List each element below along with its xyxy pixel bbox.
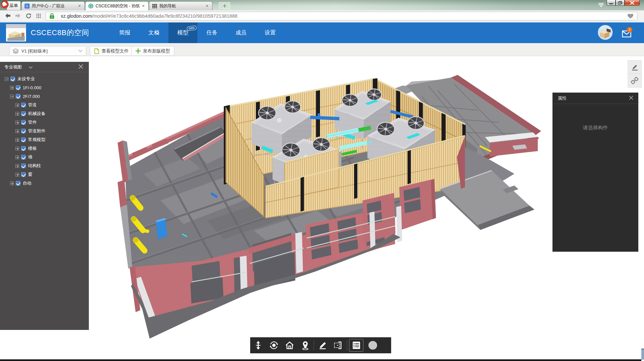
project-logo[interactable] bbox=[6, 24, 26, 41]
close-icon[interactable] bbox=[629, 95, 634, 100]
expand-icon[interactable] bbox=[15, 155, 19, 159]
tree-row[interactable]: 管道 bbox=[0, 101, 89, 109]
url-input[interactable]: xz.glodon.com/model/#!/e73c8c46c9bb4d60a… bbox=[46, 12, 637, 20]
walkthrough-button[interactable] bbox=[297, 337, 313, 353]
orbit-icon bbox=[270, 341, 278, 350]
apps-grid-icon[interactable] bbox=[36, 13, 42, 18]
expand-icon[interactable] bbox=[15, 147, 19, 150]
visibility-checkbox[interactable] bbox=[21, 155, 26, 159]
markup-tool-button[interactable] bbox=[315, 337, 330, 353]
visibility-checkbox[interactable] bbox=[21, 103, 26, 107]
visibility-checkbox[interactable] bbox=[21, 137, 26, 142]
expand-icon[interactable] bbox=[10, 86, 14, 90]
home-view-button[interactable] bbox=[282, 337, 297, 353]
tree-row[interactable]: 自动 bbox=[0, 179, 89, 188]
nav-item-documents[interactable]: 文档 bbox=[139, 22, 168, 43]
expand-icon[interactable] bbox=[15, 138, 19, 142]
model-viewport[interactable] bbox=[0, 56, 644, 360]
view-model-files-button[interactable]: 查看模型文件 bbox=[90, 46, 133, 56]
chevron-down-icon[interactable] bbox=[29, 66, 33, 69]
favorite-heart-icon[interactable] bbox=[627, 13, 634, 19]
nav-item-settings[interactable]: 设置 bbox=[256, 22, 285, 43]
tab-close-icon[interactable]: × bbox=[205, 4, 209, 8]
user-avatar[interactable] bbox=[598, 25, 613, 40]
expand-icon[interactable] bbox=[15, 173, 19, 176]
expand-icon[interactable] bbox=[15, 129, 19, 133]
panel-header: 属性 bbox=[552, 93, 638, 103]
space-title[interactable]: CSCEC8B的空间 bbox=[31, 28, 89, 38]
expand-icon[interactable] bbox=[15, 112, 19, 116]
share-link-button[interactable] bbox=[628, 74, 642, 88]
refresh-icon[interactable] bbox=[26, 13, 31, 19]
version-select-value: V1 [初始版本] bbox=[21, 48, 78, 54]
tree-node-label: 管道附件 bbox=[28, 128, 45, 134]
nav-item-tasks[interactable]: 任务 bbox=[197, 22, 226, 43]
mail-badge: 3 bbox=[627, 27, 632, 32]
tab-cscec8b-space[interactable]: CSCEC8B的空间 - 协筑 × bbox=[85, 1, 149, 10]
expand-icon[interactable] bbox=[15, 164, 19, 168]
nav-item-briefing[interactable]: 简报 bbox=[110, 22, 139, 43]
tree-row[interactable]: 机械设备 bbox=[0, 109, 89, 118]
page-scrollbar[interactable] bbox=[641, 349, 644, 360]
nav-item-members[interactable]: 成员 bbox=[226, 22, 256, 43]
browser-main-menu-icon[interactable] bbox=[598, 3, 604, 7]
version-select[interactable]: V1 [初始版本] bbox=[9, 46, 86, 56]
tree-row[interactable]: 1F/-0.000 bbox=[0, 83, 89, 92]
tab-close-icon[interactable]: × bbox=[141, 4, 146, 8]
visibility-checkbox[interactable] bbox=[21, 146, 26, 151]
visibility-checkbox[interactable] bbox=[21, 163, 26, 168]
tree-row[interactable]: 常规模型 bbox=[0, 135, 89, 144]
window-restore-button[interactable] bbox=[616, 0, 625, 6]
publish-model-button[interactable]: 发布新版模型 bbox=[131, 46, 174, 56]
visibility-checkbox[interactable] bbox=[21, 129, 26, 133]
tree-node-label: 窗 bbox=[28, 171, 32, 177]
panel-header: 专业视图 bbox=[0, 62, 89, 72]
section-box-button[interactable] bbox=[330, 337, 346, 353]
tree-row[interactable]: 窗 bbox=[0, 170, 89, 179]
back-icon[interactable] bbox=[5, 13, 11, 18]
tree-row[interactable]: 结构柱 bbox=[0, 161, 89, 170]
render-mode-button[interactable] bbox=[365, 337, 380, 353]
tree-node-label: 自动 bbox=[23, 180, 31, 186]
view-model-files-label: 查看模型文件 bbox=[102, 48, 129, 54]
new-tab-button[interactable] bbox=[219, 2, 230, 9]
tree-row[interactable]: 管道附件 bbox=[0, 127, 89, 135]
expand-icon[interactable] bbox=[15, 103, 19, 107]
visibility-checkbox[interactable] bbox=[16, 85, 20, 90]
tree-row[interactable]: 2F/7.000 bbox=[0, 92, 89, 101]
toolbar-divider bbox=[314, 340, 314, 350]
tab-close-icon[interactable]: × bbox=[77, 4, 82, 8]
forward-icon[interactable] bbox=[15, 13, 21, 18]
orbit-tool-button[interactable] bbox=[266, 337, 282, 353]
collapse-icon[interactable] bbox=[5, 77, 8, 81]
window-minimize-button[interactable] bbox=[607, 0, 616, 6]
plus-icon bbox=[136, 48, 141, 53]
nav-item-model[interactable]: 模型beta bbox=[168, 22, 197, 43]
tree-row[interactable]: 楼板 bbox=[0, 144, 89, 153]
tree-row[interactable]: 墙 bbox=[0, 153, 89, 161]
annotate-button[interactable] bbox=[628, 60, 642, 74]
component-list-button[interactable] bbox=[349, 339, 363, 352]
pencil-icon bbox=[631, 63, 639, 71]
panel-divider bbox=[0, 72, 89, 72]
collapse-icon[interactable] bbox=[10, 95, 14, 98]
app-nav: 简报 文档 模型beta 任务 成员 设置 bbox=[110, 22, 285, 43]
close-icon[interactable] bbox=[78, 64, 84, 69]
expand-icon[interactable] bbox=[10, 182, 14, 185]
visibility-checkbox[interactable] bbox=[16, 181, 20, 186]
expand-icon[interactable] bbox=[15, 121, 19, 124]
browser-logo-icon[interactable] bbox=[1, 1, 9, 8]
visibility-checkbox[interactable] bbox=[21, 172, 26, 177]
tree-row[interactable]: 管件 bbox=[0, 118, 89, 127]
tab-user-center[interactable]: G 用户中心 - 广联达 × bbox=[21, 1, 85, 10]
elevation-tool-button[interactable] bbox=[250, 337, 266, 353]
window-bottom-edge bbox=[0, 359, 641, 361]
browser-menu-button[interactable]: 菜单 bbox=[7, 1, 21, 10]
tree-row[interactable]: 未设专业 bbox=[0, 75, 89, 83]
window-close-button[interactable] bbox=[625, 0, 640, 6]
visibility-checkbox[interactable] bbox=[10, 77, 15, 81]
tab-my-navigation[interactable]: 我的导航 × bbox=[149, 1, 212, 10]
visibility-checkbox[interactable] bbox=[16, 94, 20, 99]
visibility-checkbox[interactable] bbox=[21, 111, 26, 116]
visibility-checkbox[interactable] bbox=[21, 120, 26, 125]
